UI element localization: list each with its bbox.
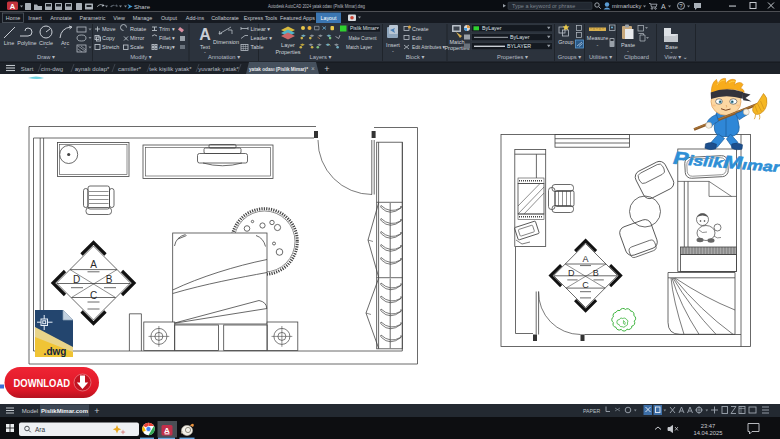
svg-text:×: × — [311, 65, 315, 72]
svg-text:C: C — [582, 280, 589, 290]
svg-text:.dwg: .dwg — [44, 346, 67, 357]
svg-text:Make Current: Make Current — [349, 35, 377, 41]
svg-text:View ▾ ⌄: View ▾ ⌄ — [664, 54, 687, 60]
svg-text:Fillet: Fillet — [159, 35, 171, 41]
svg-text:Type a keyword or phrase: Type a keyword or phrase — [512, 3, 575, 9]
svg-text:tek kişilik yatak*: tek kişilik yatak* — [149, 66, 192, 72]
svg-text:A: A — [199, 26, 211, 43]
svg-text:A: A — [661, 3, 666, 10]
svg-text:B: B — [106, 274, 113, 285]
svg-text:Collaborate: Collaborate — [211, 15, 239, 21]
svg-text:▾: ▾ — [172, 44, 175, 50]
svg-text:ByLayer: ByLayer — [482, 25, 502, 31]
svg-text:D: D — [568, 268, 575, 278]
svg-text:PislikMimar.com: PislikMimar.com — [41, 408, 88, 414]
svg-text:Mirror: Mirror — [130, 35, 145, 41]
svg-text:cim-dwg: cim-dwg — [41, 66, 63, 72]
svg-text:aynalı dolap*: aynalı dolap* — [75, 66, 110, 72]
svg-text:14.04.2025: 14.04.2025 — [693, 430, 722, 436]
svg-text:Measure: Measure — [587, 35, 608, 41]
svg-text:▾: ▾ — [172, 35, 175, 41]
svg-text:Table: Table — [251, 44, 264, 50]
svg-text:Groups ▾: Groups ▾ — [558, 54, 582, 60]
svg-text:Modify ▾: Modify ▾ — [130, 54, 152, 60]
svg-text:Match Layer: Match Layer — [346, 44, 372, 50]
svg-text:DOWNLOAD: DOWNLOAD — [14, 377, 71, 389]
svg-text:A: A — [10, 2, 16, 11]
svg-text:-: - — [204, 49, 206, 55]
svg-text:-: - — [64, 44, 66, 50]
svg-text:Edit: Edit — [412, 35, 422, 41]
svg-text:Rotate: Rotate — [130, 26, 146, 32]
svg-text:B: B — [593, 268, 599, 278]
svg-text:Express Tools: Express Tools — [244, 15, 278, 21]
svg-text:Line: Line — [4, 40, 14, 46]
svg-text:camiller*: camiller* — [118, 66, 142, 72]
svg-text:Move: Move — [102, 26, 115, 32]
svg-text:Manage: Manage — [133, 15, 152, 21]
svg-text:Stretch: Stretch — [102, 44, 119, 50]
svg-text:Array: Array — [159, 44, 172, 50]
svg-text:-: - — [392, 48, 394, 54]
svg-text:Layer: Layer — [281, 42, 295, 48]
svg-text:-: - — [671, 49, 673, 55]
svg-text:Output: Output — [161, 15, 178, 21]
svg-text:ByLayer: ByLayer — [510, 34, 530, 40]
svg-text:-: - — [597, 42, 599, 48]
svg-text:A: A — [90, 259, 97, 270]
svg-text:Copy: Copy — [102, 35, 115, 41]
svg-text:Draw ▾: Draw ▾ — [37, 54, 55, 60]
svg-text:Create: Create — [412, 26, 429, 32]
svg-text:Pislik Mimar: Pislik Mimar — [350, 26, 377, 31]
svg-text:Match: Match — [450, 39, 465, 45]
svg-text:Parametric: Parametric — [79, 15, 105, 21]
svg-text:Utilities ▾: Utilities ▾ — [589, 54, 612, 60]
svg-text:23:47: 23:47 — [701, 423, 716, 429]
svg-text:-: - — [45, 44, 47, 50]
svg-text:Trim: Trim — [159, 26, 170, 32]
svg-text:+: + — [324, 64, 329, 74]
svg-text:Autodesk AutoCAD 2024 yatak: Autodesk AutoCAD 2024 yatak odası (Pisli… — [268, 3, 365, 9]
svg-text:Ara: Ara — [35, 426, 46, 433]
svg-text:yatak odası (Pislik Mimar)*: yatak odası (Pislik Mimar)* — [249, 66, 309, 72]
svg-text:D: D — [73, 274, 80, 285]
svg-text:yuvarlak yatak*: yuvarlak yatak* — [198, 66, 239, 72]
svg-text:Home: Home — [6, 15, 20, 21]
svg-text:A: A — [583, 254, 589, 264]
svg-text:Layers ▾: Layers ▾ — [310, 54, 332, 60]
svg-text:Scale: Scale — [130, 44, 144, 50]
svg-text:+: + — [94, 406, 99, 416]
svg-text:Start: Start — [21, 66, 34, 72]
svg-text:Featured Apps: Featured Apps — [280, 15, 315, 21]
svg-text:Dimension: Dimension — [213, 39, 239, 45]
svg-text:Leader ▾: Leader ▾ — [251, 35, 273, 41]
svg-text:Share: Share — [134, 4, 151, 10]
svg-text:▾: ▾ — [172, 26, 175, 32]
svg-text:Linear ▾: Linear ▾ — [251, 26, 271, 32]
svg-text:PAPER: PAPER — [583, 408, 600, 414]
svg-text:Edit Attributes ▾: Edit Attributes ▾ — [412, 44, 445, 50]
svg-text:mimarlucky: mimarlucky — [612, 3, 641, 9]
svg-text:View: View — [113, 15, 125, 21]
svg-text:Add-ins: Add-ins — [186, 15, 205, 21]
svg-text:Clipboard: Clipboard — [624, 54, 649, 60]
svg-text:Layout: Layout — [320, 15, 337, 21]
svg-text:Annotation ▾: Annotation ▾ — [208, 54, 240, 60]
svg-text:BYLAYER: BYLAYER — [507, 43, 531, 49]
svg-text:Annotate: Annotate — [50, 15, 72, 21]
svg-text:Model: Model — [22, 408, 38, 414]
svg-text:Block ▾: Block ▾ — [406, 54, 425, 60]
svg-text:Properties ▾: Properties ▾ — [497, 54, 528, 60]
svg-text:Properties: Properties — [275, 49, 300, 55]
svg-text:Insert: Insert — [28, 15, 42, 21]
svg-text:Polyline: Polyline — [17, 40, 36, 46]
svg-text:Group: Group — [558, 39, 573, 45]
svg-text:-: - — [627, 48, 629, 54]
svg-text:C: C — [90, 290, 97, 301]
